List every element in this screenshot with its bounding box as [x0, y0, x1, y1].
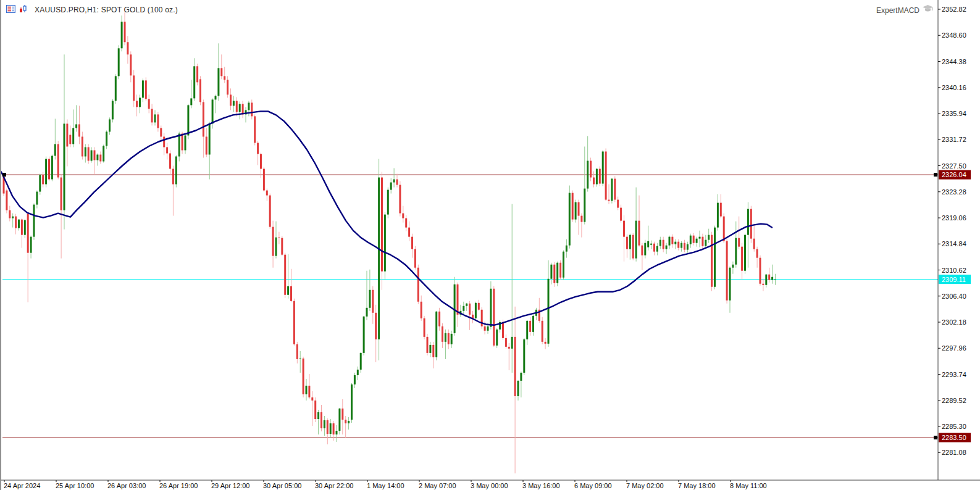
candle-body — [735, 238, 737, 265]
candle-body — [236, 101, 238, 112]
candle-body — [239, 104, 241, 112]
candle-body — [375, 313, 377, 339]
candle-body — [493, 289, 495, 346]
candle-body — [360, 353, 362, 370]
candle-body — [747, 209, 749, 235]
candle-body — [182, 133, 183, 150]
candle-body — [106, 131, 107, 146]
candle-body — [217, 68, 219, 96]
candle-body — [505, 338, 507, 347]
candle-body — [263, 169, 265, 191]
candle-body — [448, 333, 450, 344]
candle-body — [366, 308, 368, 317]
candle-body — [230, 94, 232, 106]
candle-body — [635, 221, 637, 259]
candle-body — [136, 101, 138, 107]
price-axis-label: 2319.06 — [942, 214, 966, 222]
candle-body — [61, 178, 62, 210]
candle-body — [469, 304, 471, 315]
candle-body — [112, 101, 114, 119]
candle-body — [278, 238, 280, 238]
candle-body — [142, 80, 144, 98]
candle-body — [484, 326, 486, 331]
candle-body — [580, 216, 582, 222]
candle-body — [760, 258, 761, 284]
candle-body — [405, 218, 407, 228]
candle-body — [387, 190, 389, 215]
time-axis-label: 29 Apr 12:00 — [211, 482, 249, 489]
candle-body — [224, 76, 225, 80]
candle-body — [605, 151, 607, 199]
hline-badge-label: 2326.04 — [942, 171, 966, 178]
candle-body — [127, 42, 128, 54]
candle-body — [363, 317, 365, 353]
candle-body — [569, 193, 571, 246]
expert-advisor-icon[interactable] — [923, 5, 933, 16]
candle-body — [717, 203, 719, 228]
candle-body — [451, 334, 453, 344]
price-axis-label: 2344.38 — [942, 58, 966, 65]
candle-body — [85, 147, 86, 156]
candle-body — [502, 322, 504, 338]
candle-body — [169, 153, 171, 168]
line-anchor-marker[interactable] — [2, 173, 6, 176]
candle-body — [520, 373, 522, 381]
line-anchor-marker[interactable] — [934, 436, 937, 439]
candle-body — [187, 105, 189, 135]
candle-body — [48, 159, 50, 180]
candle-body — [660, 240, 661, 246]
moving-average-line[interactable] — [1, 111, 772, 325]
candle-body — [756, 249, 758, 258]
candle-body — [753, 239, 755, 249]
time-axis-label: 26 Apr 03:00 — [107, 482, 146, 489]
candle-body — [587, 161, 588, 189]
candle-body — [650, 244, 652, 245]
candle-body — [701, 237, 703, 246]
candle-body — [227, 80, 228, 94]
candle-body — [336, 431, 338, 434]
candle-body — [190, 98, 192, 105]
candle-body — [72, 128, 74, 144]
candle-body — [647, 241, 649, 247]
candle-body — [185, 135, 186, 150]
candle-body — [593, 178, 595, 185]
candle-body — [653, 244, 655, 252]
time-axis-label: 7 May 18:00 — [678, 482, 716, 489]
candle-body — [64, 123, 65, 210]
time-axis-label: 2 May 07:00 — [419, 482, 456, 489]
candle-body — [166, 147, 168, 153]
candle-body — [18, 220, 20, 228]
price-axis-label: 2297.96 — [942, 344, 966, 352]
line-anchor-marker[interactable] — [934, 173, 937, 176]
candlestick-chart-icon[interactable] — [19, 4, 28, 15]
candle-body — [684, 243, 685, 250]
candle-body — [133, 75, 135, 101]
price-axis-label: 2327.50 — [942, 162, 966, 170]
candle-body — [496, 330, 498, 346]
candle-body — [656, 246, 658, 252]
candle-body — [94, 150, 96, 160]
candle-body — [699, 237, 701, 239]
candle-body — [88, 147, 90, 160]
candle-body — [411, 237, 413, 249]
candle-body — [369, 290, 371, 308]
candle-body — [421, 302, 422, 318]
candle-body — [669, 237, 671, 246]
time-axis-label: 1 May 14:00 — [367, 482, 404, 489]
list-icon[interactable] — [6, 4, 15, 15]
candle-body — [677, 242, 679, 248]
candle-body — [402, 214, 404, 218]
candle-body — [27, 214, 29, 253]
candle-body — [293, 301, 295, 344]
candle-body — [314, 401, 316, 419]
candle-body — [705, 240, 706, 246]
price-axis-label: 2310.62 — [942, 267, 966, 274]
candle-body — [303, 359, 304, 394]
candle-body — [508, 347, 510, 349]
price-axis-label: 2314.84 — [942, 240, 966, 247]
candle-body — [390, 183, 392, 190]
candle-body — [620, 208, 622, 221]
candle-body — [639, 221, 640, 246]
candle-body — [463, 306, 464, 311]
candlestick-chart[interactable]: 2352.822348.602344.382340.162335.942331.… — [1, 0, 980, 490]
